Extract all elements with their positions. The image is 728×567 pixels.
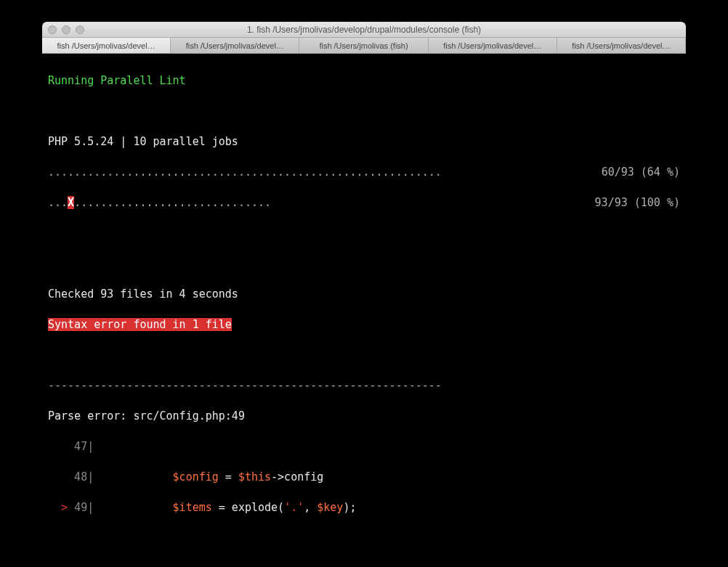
code-line-47: 47|: [48, 439, 680, 454]
tabbar: fish /Users/jmolivas/devel… fish /Users/…: [42, 38, 686, 54]
progress-row-1: ........................................…: [48, 165, 680, 180]
error-x-icon: X: [68, 196, 74, 209]
progress-row-2: ...X..............................93/93 …: [48, 195, 680, 211]
close-button[interactable]: [48, 25, 57, 34]
tab-4[interactable]: fish /Users/jmolivas/devel…: [429, 38, 557, 53]
titlebar[interactable]: 1. fish /Users/jmolivas/develop/drupal/m…: [42, 22, 686, 38]
terminal-window: 1. fish /Users/jmolivas/develop/drupal/m…: [42, 22, 686, 523]
tab-3[interactable]: fish /Users/jmolivas (fish): [299, 38, 428, 53]
tab-5[interactable]: fish /Users/jmolivas/devel…: [557, 38, 686, 53]
zoom-button[interactable]: [76, 25, 84, 34]
window-title: 1. fish /Users/jmolivas/develop/drupal/m…: [42, 25, 686, 35]
tab-1[interactable]: fish /Users/jmolivas/devel…: [42, 38, 171, 53]
terminal-output[interactable]: Running Paralell Lint PHP 5.5.24 | 10 pa…: [42, 54, 686, 523]
divider: ----------------------------------------…: [48, 378, 680, 393]
tab-2[interactable]: fish /Users/jmolivas/devel…: [171, 38, 299, 53]
code-line-48: 48| $config = $this->config: [48, 470, 680, 485]
syntax-error-banner: Syntax error found in 1 file: [48, 318, 232, 331]
php-version: PHP 5.5.24 | 10 parallel jobs: [48, 134, 680, 150]
minimize-button[interactable]: [62, 25, 70, 34]
traffic-lights: [48, 25, 84, 34]
checked-summary: Checked 93 files in 4 seconds: [48, 287, 680, 302]
parse-error-header: Parse error: src/Config.php:49: [48, 409, 680, 424]
code-line-49: > 49| $items = explode('.', $key);: [48, 500, 680, 515]
status-running: Running Paralell Lint: [48, 73, 680, 89]
